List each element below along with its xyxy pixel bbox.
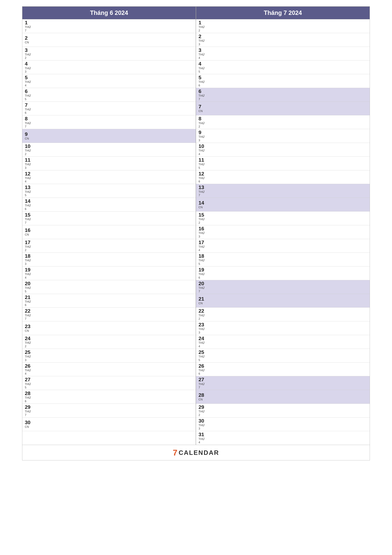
july-day-row: 5THỨ6 bbox=[196, 74, 370, 88]
june-day-row: 10THỨ2 bbox=[22, 143, 196, 157]
day-week: 6 bbox=[199, 276, 368, 279]
july-day-row: 17THỨ4 bbox=[196, 239, 370, 253]
day-label: THỨ bbox=[199, 135, 368, 139]
footer-logo-text: CALENDAR bbox=[179, 449, 219, 456]
day-label: THỨ bbox=[199, 39, 368, 43]
day-week: 3 bbox=[25, 70, 194, 73]
day-label: THỨ bbox=[25, 341, 194, 345]
day-week: 7 bbox=[199, 98, 368, 101]
day-label: CN bbox=[199, 302, 368, 305]
day-number: 3 bbox=[199, 47, 368, 53]
day-number: 24 bbox=[25, 336, 194, 341]
june-day-row: 11THỨ3 bbox=[22, 157, 196, 170]
day-week: 7 bbox=[25, 221, 194, 225]
day-label: THỨ bbox=[199, 149, 368, 153]
day-number: 28 bbox=[25, 391, 194, 396]
day-number: 26 bbox=[199, 363, 368, 369]
june-day-row: 2CN bbox=[22, 33, 196, 47]
day-number: 13 bbox=[199, 185, 368, 190]
july-day-row: 6THỨ7 bbox=[196, 88, 370, 102]
day-week: 5 bbox=[25, 194, 194, 197]
june-day-row bbox=[22, 431, 196, 445]
day-week: 7 bbox=[199, 290, 368, 293]
day-week: 2 bbox=[199, 221, 368, 225]
day-number: 6 bbox=[199, 89, 368, 94]
day-label: THỨ bbox=[199, 355, 368, 358]
day-label: THỨ bbox=[25, 80, 194, 84]
day-week: 2 bbox=[25, 345, 194, 348]
july-day-row: 30THỨ3 bbox=[196, 417, 370, 431]
day-number: 11 bbox=[199, 157, 368, 163]
day-label: THỨ bbox=[199, 424, 368, 427]
day-number: 14 bbox=[199, 200, 368, 206]
day-label: CN bbox=[25, 425, 194, 429]
day-label: THỨ bbox=[25, 204, 194, 207]
july-day-row: 16THỨ3 bbox=[196, 225, 370, 239]
day-week: 6 bbox=[25, 111, 194, 115]
day-number: 2 bbox=[25, 35, 194, 41]
day-week: 7 bbox=[25, 317, 194, 321]
day-week: 4 bbox=[199, 441, 368, 444]
july-day-row: 7CN bbox=[196, 102, 370, 116]
day-week: 2 bbox=[199, 29, 368, 32]
day-week: 2 bbox=[25, 153, 194, 156]
day-week: 4 bbox=[199, 153, 368, 156]
day-label: CN bbox=[199, 206, 368, 209]
day-week: 6 bbox=[199, 372, 368, 375]
june-day-row: 26THỨ4 bbox=[22, 363, 196, 376]
day-week: 5 bbox=[25, 98, 194, 101]
day-label: THỨ bbox=[25, 300, 194, 304]
day-week: 3 bbox=[199, 43, 368, 46]
footer-row: 7CALENDAR bbox=[22, 445, 370, 460]
day-week: 5 bbox=[199, 166, 368, 170]
day-label: CN bbox=[199, 398, 368, 401]
day-number: 19 bbox=[199, 267, 368, 273]
july-day-row: 15THỨ2 bbox=[196, 212, 370, 225]
day-number: 20 bbox=[199, 281, 368, 286]
june-day-row: 8THỨ7 bbox=[22, 115, 196, 129]
july-day-row: 18THỨ5 bbox=[196, 253, 370, 266]
day-week: 7 bbox=[25, 413, 194, 417]
day-label: THỨ bbox=[199, 410, 368, 413]
day-number: 28 bbox=[199, 392, 368, 398]
day-label: THỨ bbox=[199, 245, 368, 249]
day-label: THỨ bbox=[199, 314, 368, 317]
day-week: 3 bbox=[199, 139, 368, 142]
day-number: 18 bbox=[25, 253, 194, 259]
day-week: 4 bbox=[199, 56, 368, 60]
day-label: CN bbox=[25, 41, 194, 44]
day-label: THỨ bbox=[25, 67, 194, 70]
june-day-row: 17THỨ2 bbox=[22, 239, 196, 253]
day-week: 7 bbox=[25, 29, 194, 32]
june-day-row: 24THỨ2 bbox=[22, 335, 196, 349]
july-day-row: 4THỨ5 bbox=[196, 60, 370, 74]
june-day-row: 28THỨ6 bbox=[22, 390, 196, 404]
day-number: 29 bbox=[199, 404, 368, 410]
day-label: THỨ bbox=[25, 396, 194, 400]
july-day-row: 23THỨ3 bbox=[196, 321, 370, 335]
day-number: 7 bbox=[25, 102, 194, 108]
day-number: 5 bbox=[199, 75, 368, 80]
june-day-row: 29THỨ7 bbox=[22, 404, 196, 417]
day-label: THỨ bbox=[199, 80, 368, 84]
day-number: 16 bbox=[25, 227, 194, 233]
june-day-row: 15THỨ7 bbox=[22, 212, 196, 225]
july-day-row: 19THỨ6 bbox=[196, 266, 370, 280]
day-number: 21 bbox=[199, 296, 368, 302]
day-week: 4 bbox=[25, 276, 194, 279]
day-label: THỨ bbox=[25, 410, 194, 413]
day-number: 31 bbox=[199, 432, 368, 437]
day-label: THỨ bbox=[199, 176, 368, 180]
day-label: THỨ bbox=[199, 273, 368, 276]
june-day-row: 14THỨ6 bbox=[22, 198, 196, 212]
day-label: THỨ bbox=[199, 190, 368, 194]
july-day-row: 25THỨ5 bbox=[196, 349, 370, 363]
day-number: 8 bbox=[25, 116, 194, 122]
june-day-row: 16CN bbox=[22, 225, 196, 239]
day-week: 5 bbox=[25, 290, 194, 293]
day-number: 22 bbox=[25, 308, 194, 314]
day-week: 4 bbox=[25, 180, 194, 183]
day-number: 15 bbox=[199, 212, 368, 218]
june-day-row: 30CN bbox=[22, 417, 196, 431]
day-week: 3 bbox=[199, 427, 368, 430]
